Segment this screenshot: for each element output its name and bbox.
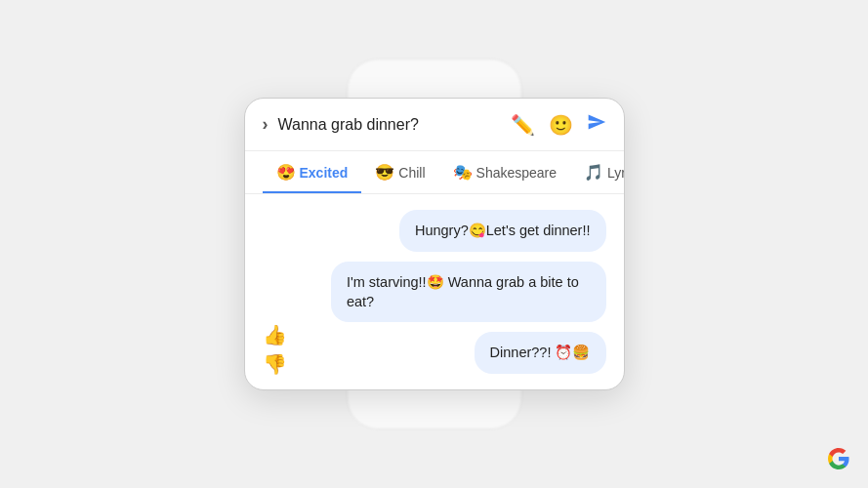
- tab-excited-emoji: 😍: [276, 163, 296, 182]
- tab-shakespeare-label: Shakespeare: [476, 165, 558, 181]
- tab-lyrical[interactable]: 🎵 Lyrical: [570, 151, 624, 193]
- feedback-column: 👍 👎: [263, 325, 287, 374]
- suggestion-card: › Wanna grab dinner? ✏️ 🙂 😍 Excited 😎 Ch…: [244, 98, 625, 389]
- messages-area: Hungry?😋Let's get dinner!! I'm starving!…: [245, 194, 624, 388]
- emoji-icon[interactable]: 🙂: [549, 113, 573, 137]
- tab-chill-label: Chill: [398, 165, 425, 181]
- message-bubble-2: I'm starving!!🤩 Wanna grab a bite to eat…: [331, 262, 606, 323]
- input-text: Wanna grab dinner?: [278, 116, 501, 134]
- message-bubble-3: Dinner??! ⏰🍔: [475, 332, 606, 373]
- tab-excited[interactable]: 😍 Excited: [263, 151, 362, 193]
- input-row: › Wanna grab dinner? ✏️ 🙂: [245, 99, 624, 151]
- tab-chill[interactable]: 😎 Chill: [361, 151, 438, 193]
- toolbar-icons: ✏️ 🙂: [511, 112, 606, 137]
- tab-chill-emoji: 😎: [375, 163, 394, 182]
- thumbs-down-button[interactable]: 👎: [263, 354, 287, 374]
- edit-icon[interactable]: ✏️: [511, 113, 535, 137]
- google-logo: [827, 447, 850, 476]
- send-icon[interactable]: [587, 112, 606, 137]
- tabs-row: 😍 Excited 😎 Chill 🎭 Shakespeare 🎵 Lyrica…: [245, 151, 624, 194]
- tab-lyrical-label: Lyrical: [607, 165, 624, 181]
- tab-excited-label: Excited: [300, 165, 349, 181]
- tab-shakespeare-emoji: 🎭: [453, 163, 473, 182]
- tab-lyrical-emoji: 🎵: [584, 163, 603, 182]
- thumbs-up-button[interactable]: 👍: [263, 325, 287, 345]
- message-bubble-1: Hungry?😋Let's get dinner!!: [399, 210, 606, 251]
- tab-shakespeare[interactable]: 🎭 Shakespeare: [439, 151, 571, 193]
- chevron-icon: ›: [263, 114, 269, 135]
